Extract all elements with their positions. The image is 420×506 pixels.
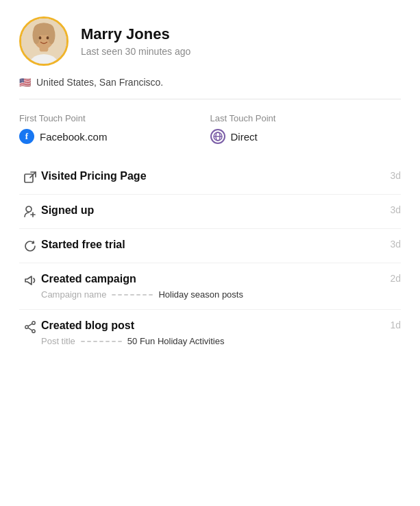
section-divider (19, 99, 401, 99)
activity-time: 3d (382, 170, 401, 181)
location-row: 🇺🇸 United States, San Francisco. (19, 77, 401, 88)
dash-separator (112, 294, 153, 296)
user-info: Marry Jones Last seen 30 minutes ago (81, 25, 190, 57)
activity-title: Visited Pricing Page (41, 170, 382, 182)
first-touch-point: First Touch Point f Facebook.com (19, 113, 210, 144)
meta-key: Campaign name (41, 289, 106, 300)
touch-points-section: First Touch Point f Facebook.com Last To… (19, 113, 401, 144)
activity-title: Signed up (41, 204, 382, 217)
activity-item: Started free trial 3d (19, 229, 401, 263)
first-touch-source: Facebook.com (40, 131, 107, 143)
activity-content: Visited Pricing Page (41, 170, 382, 182)
last-touch-point: Last Touch Point Direct (210, 113, 402, 144)
activity-icon-external-link (19, 171, 41, 184)
svg-point-13 (26, 206, 32, 212)
activity-time: 2d (382, 273, 401, 284)
facebook-icon: f (19, 129, 34, 144)
avatar (19, 16, 69, 66)
last-touch-source: Direct (231, 131, 258, 143)
svg-point-8 (47, 36, 49, 40)
user-name: Marry Jones (81, 25, 190, 43)
flag-icon: 🇺🇸 (19, 77, 31, 88)
activity-title: Started free trial (41, 239, 382, 251)
activity-content: Created blog post Post title 50 Fun Holi… (41, 320, 382, 346)
meta-key: Post title (41, 336, 75, 346)
activity-item: Created blog post Post title 50 Fun Holi… (19, 310, 401, 356)
activity-icon-refresh (19, 239, 41, 253)
last-touch-value: Direct (210, 129, 402, 144)
activity-icon-megaphone (19, 274, 41, 287)
svg-line-19 (28, 324, 32, 326)
activity-time: 1d (382, 320, 401, 330)
first-touch-label: First Touch Point (19, 113, 210, 123)
location-text: United States, San Francisco. (36, 77, 163, 88)
last-seen-text: Last seen 30 minutes ago (81, 46, 190, 57)
activity-meta: Post title 50 Fun Holiday Activities (41, 336, 382, 346)
activity-item: Visited Pricing Page 3d (19, 160, 401, 195)
svg-point-5 (33, 27, 40, 45)
last-touch-label: Last Touch Point (210, 113, 402, 123)
meta-value: 50 Fun Holiday Activities (127, 336, 225, 346)
svg-point-6 (48, 27, 55, 45)
svg-point-16 (32, 322, 35, 324)
svg-point-7 (39, 36, 42, 40)
activity-time: 3d (382, 204, 401, 215)
activity-time: 3d (382, 239, 401, 250)
svg-point-18 (25, 326, 28, 328)
activity-content: Started free trial (41, 239, 382, 251)
activity-title: Created blog post (41, 320, 382, 332)
activity-title: Created campaign (41, 273, 382, 285)
user-header: Marry Jones Last seen 30 minutes ago (19, 16, 401, 66)
activity-content: Signed up (41, 204, 382, 217)
activity-content: Created campaign Campaign name Holiday s… (41, 273, 382, 300)
globe-icon (210, 129, 225, 144)
activity-item: Created campaign Campaign name Holiday s… (19, 263, 401, 310)
svg-point-17 (32, 330, 35, 333)
svg-line-20 (28, 328, 32, 330)
activity-item: Signed up 3d (19, 195, 401, 229)
meta-value: Holiday season posts (158, 289, 243, 300)
dash-separator (81, 341, 122, 342)
activity-icon-share (19, 320, 41, 334)
activity-list: Visited Pricing Page 3d Signed up 3d Sta… (19, 160, 401, 356)
first-touch-value: f Facebook.com (19, 129, 210, 144)
activity-meta: Campaign name Holiday season posts (41, 289, 382, 300)
avatar-image (21, 19, 66, 64)
activity-icon-user-plus (19, 205, 41, 219)
